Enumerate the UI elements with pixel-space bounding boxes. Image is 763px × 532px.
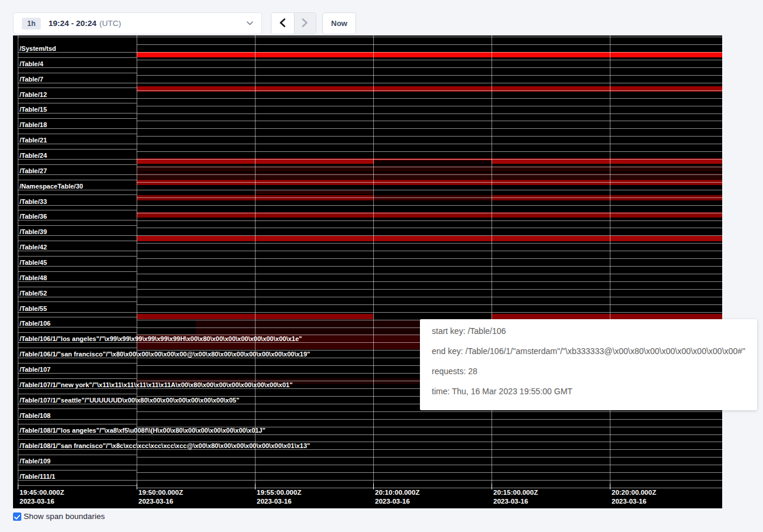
- gridline-horizontal: [137, 113, 722, 114]
- gridline-vertical: [492, 35, 492, 489]
- gridline-horizontal: [137, 472, 722, 473]
- x-axis-label: 20:10:00.000Z2023-03-16: [375, 489, 419, 505]
- span-boundary-line: [18, 220, 137, 220]
- chevron-down-icon: [247, 21, 253, 25]
- span-boundary-line: [18, 312, 137, 313]
- row-label: /Table/33: [20, 199, 47, 205]
- x-axis-date: 2023-03-16: [20, 498, 64, 505]
- span-boundary-line: [18, 271, 137, 272]
- gridline-horizontal: [137, 37, 722, 37]
- gridline-horizontal: [137, 190, 722, 190]
- row-label: /Table/36: [20, 213, 47, 220]
- row-label: /Table/107: [20, 366, 50, 373]
- key-visualizer-canvas[interactable]: /System/tsd/Table/4/Table/7/Table/12/Tab…: [13, 35, 722, 508]
- gridline-horizontal: [137, 235, 722, 236]
- tooltip-end-key: end key: /Table/106/1/"amsterdam"/"\xb33…: [432, 347, 745, 355]
- row-label: /Table/111/1: [20, 473, 55, 480]
- gridline-horizontal: [137, 465, 722, 465]
- gridline-horizontal: [137, 159, 722, 160]
- span-boundary-line: [18, 363, 137, 364]
- gridline-horizontal: [137, 144, 722, 144]
- show-span-boundaries-label[interactable]: Show span boundaries: [24, 512, 105, 521]
- span-boundary-line: [18, 297, 137, 297]
- span-boundary-line: [18, 118, 137, 119]
- span-boundary-line: [18, 373, 137, 374]
- x-axis-time: 20:15:00.000Z: [493, 489, 538, 497]
- heat-band: [137, 236, 722, 241]
- prev-time-button[interactable]: [271, 13, 294, 34]
- gridline-horizontal: [137, 457, 722, 458]
- row-label: /Table/7: [20, 76, 43, 83]
- span-boundary-line: [18, 358, 137, 358]
- x-axis-date: 2023-03-16: [493, 498, 538, 505]
- gridline-horizontal: [137, 228, 722, 228]
- gridline-vertical: [255, 35, 256, 489]
- span-boundary-line: [18, 174, 137, 175]
- gridline-horizontal: [137, 213, 722, 213]
- x-axis-tick: [492, 484, 492, 489]
- row-label: /Table/15: [20, 106, 47, 113]
- tooltip-start-key: start key: /Table/106: [432, 327, 745, 335]
- gridline-horizontal: [137, 121, 722, 121]
- gridline-horizontal: [137, 44, 722, 45]
- gridline-horizontal: [137, 174, 722, 175]
- heat-band: [374, 160, 492, 164]
- row-label: /Table/106/1/"san francisco"/"\x80\x00\x…: [20, 351, 310, 358]
- span-boundary-line: [18, 83, 137, 83]
- gridline-horizontal: [137, 297, 722, 297]
- gridline-vertical: [373, 35, 374, 489]
- x-axis-time: 19:45:00.000Z: [20, 489, 64, 497]
- span-boundary-line: [18, 281, 137, 282]
- now-button[interactable]: Now: [322, 12, 356, 34]
- row-label: /Table/18: [20, 122, 47, 128]
- x-axis-label: 19:55:00.000Z2023-03-16: [257, 489, 301, 505]
- span-boundary-line: [18, 241, 137, 241]
- gridline-horizontal: [137, 197, 722, 198]
- span-boundary-line: [18, 113, 137, 113]
- span-boundary-line: [18, 287, 137, 287]
- gridline-horizontal: [137, 289, 722, 290]
- gridline-horizontal: [137, 90, 722, 91]
- span-boundary-line: [18, 424, 137, 424]
- gridline-vertical: [610, 35, 610, 489]
- span-boundary-line: [18, 67, 137, 68]
- x-axis-label: 19:45:00.000Z2023-03-16: [20, 489, 64, 505]
- row-label: /Table/39: [20, 229, 47, 235]
- x-axis-tick: [18, 484, 18, 489]
- gridline-horizontal: [137, 83, 722, 83]
- span-boundary-line: [18, 190, 137, 190]
- duration-badge: 1h: [22, 18, 41, 30]
- gridline-horizontal: [137, 274, 722, 274]
- time-range-select[interactable]: 1h 19:24 - 20:24 (UTC): [13, 12, 262, 34]
- x-axis-time: 20:20:00.000Z: [612, 489, 656, 497]
- x-axis-date: 2023-03-16: [375, 498, 419, 505]
- row-label: /System/tsd: [20, 46, 56, 52]
- gridline-horizontal: [137, 182, 722, 183]
- span-boundary-line: [18, 327, 137, 327]
- gridline-horizontal: [137, 106, 722, 106]
- tooltip-time: time: Thu, 16 Mar 2023 19:55:00 GMT: [432, 387, 745, 395]
- row-label: /Table/108/1/"san francisco"/"\x8c\xcc\x…: [20, 443, 310, 449]
- span-boundary-line: [18, 408, 137, 409]
- row-label: /Table/107/1/"seattle"/"UUUUUUD\x00\x80\…: [20, 397, 240, 404]
- gridline-horizontal: [137, 266, 722, 267]
- next-time-button[interactable]: [294, 13, 316, 34]
- span-tooltip: start key: /Table/106 end key: /Table/10…: [420, 319, 757, 410]
- x-axis-tick: [255, 484, 256, 489]
- show-span-boundaries-checkbox[interactable]: [13, 512, 21, 521]
- row-label: /Table/12: [20, 92, 47, 98]
- span-boundary-line: [18, 455, 137, 455]
- span-boundary-line: [18, 266, 137, 267]
- span-boundary-line: [18, 439, 137, 440]
- span-boundary-line: [18, 52, 137, 53]
- span-boundary-line: [18, 235, 137, 236]
- gridline-horizontal: [137, 151, 722, 152]
- gridline-horizontal: [137, 167, 722, 167]
- timezone-label: (UTC): [99, 19, 121, 28]
- gridline-vertical: [137, 35, 137, 489]
- span-boundary-line: [18, 342, 137, 343]
- tooltip-requests: requests: 28: [432, 367, 745, 375]
- gridline-horizontal: [137, 98, 722, 99]
- time-range-label: 19:24 - 20:24: [49, 19, 96, 28]
- x-axis-tick: [610, 484, 610, 489]
